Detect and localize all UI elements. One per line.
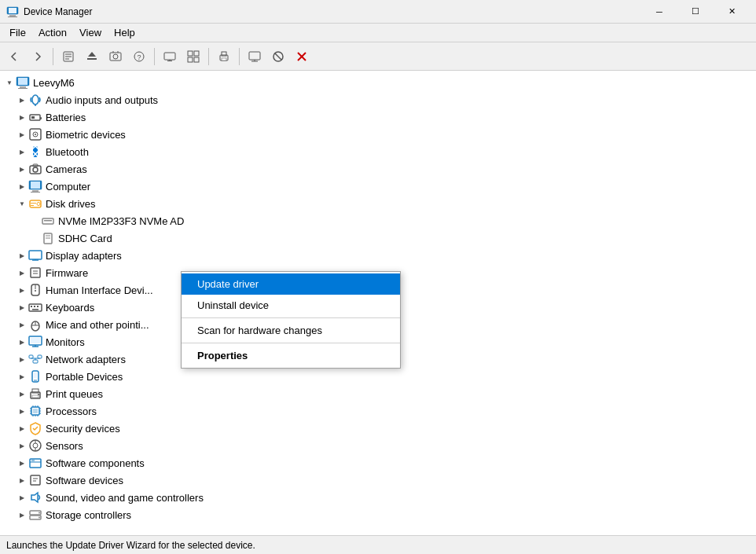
- tree-item-nvme[interactable]: ▶ NVMe IM2P33F3 NVMe AD: [0, 212, 756, 229]
- minimize-button[interactable]: ─: [641, 0, 677, 24]
- tree-item-cameras[interactable]: ▶ Cameras: [0, 160, 756, 178]
- main-area: ▼ LeevyM6 ▶ Audio inputs and outputs ▶ B…: [0, 71, 756, 535]
- expand-softwarecomp[interactable]: ▶: [16, 457, 28, 469]
- expand-mice[interactable]: ▶: [16, 318, 28, 331]
- maximize-button[interactable]: ☐: [677, 0, 714, 24]
- expand-computer[interactable]: ▶: [16, 180, 28, 193]
- ctx-properties-label: Properties: [197, 350, 248, 361]
- svg-rect-116: [31, 460, 35, 461]
- tree-item-display[interactable]: ▶ Display adapters: [0, 247, 756, 264]
- tree-item-print[interactable]: ▶ Print queues: [0, 385, 756, 402]
- window-controls: ─ ☐ ✕: [641, 0, 750, 24]
- tree-item-security[interactable]: ▶ Security devices: [0, 420, 756, 437]
- ctx-separator-2: [182, 343, 400, 343]
- tree-item-bluetooth[interactable]: ▶ Bluetooth: [0, 143, 756, 160]
- expand-security[interactable]: ▶: [16, 422, 28, 435]
- expand-root[interactable]: ▼: [3, 76, 16, 89]
- tree-item-storage[interactable]: ▶ Storage controllers: [0, 506, 756, 523]
- cameras-icon: [28, 162, 42, 176]
- back-button[interactable]: [3, 46, 25, 68]
- svg-rect-50: [31, 182, 40, 189]
- app-icon: [6, 6, 19, 18]
- tree-item-biometric[interactable]: ▶ Biometric devices: [0, 126, 756, 143]
- expand-monitors[interactable]: ▶: [16, 336, 28, 348]
- uninstall-button[interactable]: [291, 46, 313, 68]
- display-properties-button[interactable]: [159, 46, 181, 68]
- expand-print[interactable]: ▶: [16, 387, 28, 400]
- tree-item-audio[interactable]: ▶ Audio inputs and outputs: [0, 91, 756, 108]
- tree-item-batteries[interactable]: ▶ Batteries: [0, 108, 756, 126]
- tree-label-display: Display adapters: [46, 250, 122, 262]
- expand-batteries[interactable]: ▶: [16, 111, 28, 123]
- tree-item-softwaredev[interactable]: ▶ Software devices: [0, 471, 756, 489]
- ctx-scan-changes[interactable]: Scan for hardware changes: [182, 320, 400, 341]
- expand-sound[interactable]: ▶: [16, 491, 28, 504]
- svg-rect-1: [9, 8, 17, 13]
- tree-item-root[interactable]: ▼ LeevyM6: [0, 74, 756, 91]
- expand-display[interactable]: ▶: [16, 249, 28, 262]
- svg-rect-51: [32, 190, 39, 192]
- title-bar: Device Manager ─ ☐ ✕: [0, 0, 756, 24]
- expand-portable[interactable]: ▶: [16, 370, 28, 383]
- sound-icon: [28, 490, 42, 504]
- expand-storage[interactable]: ▶: [16, 508, 28, 521]
- tree-label-softwarecomp: Software components: [46, 457, 145, 469]
- display-adapters-icon: [28, 248, 42, 262]
- svg-rect-94: [32, 395, 39, 398]
- svg-rect-3: [8, 17, 17, 17]
- expand-disk[interactable]: ▼: [16, 197, 28, 210]
- storage-icon: [28, 508, 42, 522]
- window-title: Device Manager: [24, 6, 641, 17]
- ctx-uninstall-device[interactable]: Uninstall device: [182, 295, 400, 316]
- svg-rect-97: [33, 409, 38, 413]
- tree-item-softwarecomp[interactable]: ▶ Software components: [0, 454, 756, 471]
- expand-cameras[interactable]: ▶: [16, 163, 28, 175]
- help-button[interactable]: ?: [128, 46, 150, 68]
- monitor-device-button[interactable]: [244, 46, 266, 68]
- svg-point-44: [35, 134, 36, 135]
- tree-item-sdhc[interactable]: ▶ SDHC Card: [0, 229, 756, 247]
- tree-label-bluetooth: Bluetooth: [46, 146, 89, 158]
- svg-rect-117: [31, 475, 40, 485]
- svg-rect-21: [188, 57, 193, 62]
- scan-button[interactable]: [105, 46, 127, 68]
- expand-hid[interactable]: ▶: [16, 284, 28, 296]
- tree-item-processors[interactable]: ▶ Processors: [0, 402, 756, 420]
- svg-rect-72: [31, 306, 32, 307]
- tree-item-disk[interactable]: ▼ Disk drives: [0, 195, 756, 212]
- menu-view[interactable]: View: [73, 25, 108, 40]
- expand-firmware[interactable]: ▶: [16, 266, 28, 279]
- svg-rect-75: [32, 309, 39, 310]
- update-driver-button[interactable]: [81, 46, 103, 68]
- tree-label-print: Print queues: [46, 388, 103, 400]
- svg-rect-34: [18, 78, 28, 85]
- tree-item-sensors[interactable]: ▶ Sensors: [0, 437, 756, 454]
- ctx-properties[interactable]: Properties: [182, 345, 400, 366]
- expand-keyboards[interactable]: ▶: [16, 301, 28, 314]
- expand-network[interactable]: ▶: [16, 353, 28, 365]
- forward-button[interactable]: [27, 46, 49, 68]
- expand-audio[interactable]: ▶: [16, 94, 28, 106]
- menu-action[interactable]: Action: [32, 25, 73, 40]
- tree-label-network: Network adapters: [46, 354, 126, 365]
- expand-sensors[interactable]: ▶: [16, 439, 28, 452]
- tree-label-nvme: NVMe IM2P33F3 NVMe AD: [58, 215, 184, 227]
- print-button[interactable]: [213, 46, 235, 68]
- tree-item-computer[interactable]: ▶ Computer: [0, 178, 756, 195]
- svg-rect-20: [194, 51, 199, 56]
- close-button[interactable]: ✕: [714, 0, 750, 24]
- menu-help[interactable]: Help: [108, 25, 141, 40]
- tree-item-portable[interactable]: ▶ Portable Devices: [0, 368, 756, 385]
- ctx-update-driver[interactable]: Update driver: [182, 273, 400, 295]
- expand-processors[interactable]: ▶: [16, 405, 28, 417]
- view-resources-button[interactable]: [182, 46, 204, 68]
- menu-file[interactable]: File: [3, 25, 32, 40]
- expand-bluetooth[interactable]: ▶: [16, 145, 28, 158]
- expand-biometric[interactable]: ▶: [16, 128, 28, 141]
- disable-button[interactable]: [267, 46, 289, 68]
- properties-button[interactable]: [57, 46, 79, 68]
- tree-item-sound[interactable]: ▶ Sound, video and game controllers: [0, 489, 756, 506]
- svg-rect-19: [188, 51, 193, 56]
- svg-rect-62: [29, 251, 42, 259]
- expand-softwaredev[interactable]: ▶: [16, 474, 28, 486]
